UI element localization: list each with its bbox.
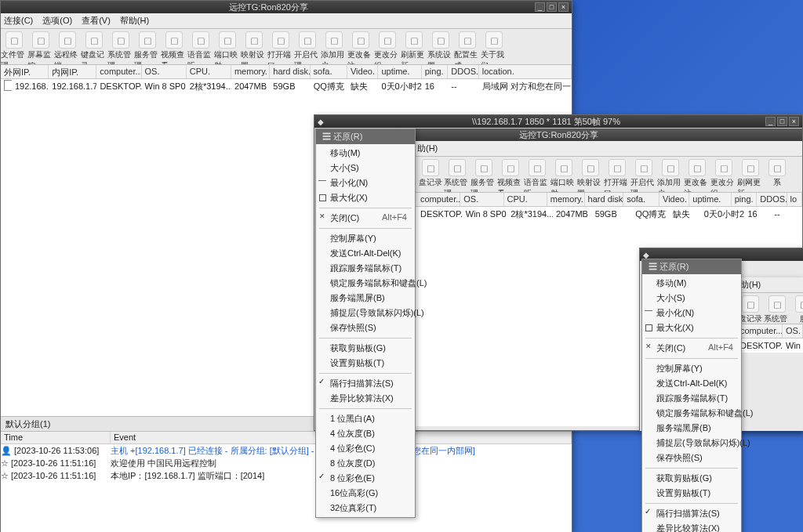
ctx-item[interactable]: 最大化(X) xyxy=(316,190,415,205)
ctx-item[interactable]: 移动(M) xyxy=(642,276,741,291)
inner-col-1[interactable]: OS. xyxy=(460,193,503,206)
ctx-item[interactable]: 最小化(N) xyxy=(316,176,415,190)
log-row[interactable]: 👤 [2023-10-26 11:53:06]主机 +[192.168.1.7]… xyxy=(1,444,572,457)
toolbar-开启代理[interactable]: ◻开启代理 xyxy=(630,158,657,193)
ctx-item[interactable]: 跟踪服务端鼠标(T) xyxy=(316,261,415,276)
main-col-12[interactable]: location. xyxy=(479,65,572,78)
toolbar-语音监听[interactable]: ◻语音监听 xyxy=(524,158,550,193)
ctx-item[interactable]: 锁定服务端鼠标和键盘(L) xyxy=(316,276,415,291)
log-row[interactable]: ☆ [2023-10-26 11:51:16]本地IP：[192.168.1.7… xyxy=(1,469,572,482)
ctx-item[interactable]: 控制屏幕(Y) xyxy=(642,361,741,376)
main-col-8[interactable]: Video. xyxy=(347,65,379,78)
toolbar-刷新更新[interactable]: ◻刷新更新 xyxy=(401,31,427,65)
toolbar-系统设置[interactable]: ◻系统设置 xyxy=(427,31,454,65)
main-col-1[interactable]: 内网IP. xyxy=(49,65,96,78)
toolbar-添加用户[interactable]: ◻添加用户 xyxy=(657,158,684,193)
inner-col-8[interactable]: ping. xyxy=(732,193,758,206)
toolbar-服[interactable]: ◻服 xyxy=(790,295,803,324)
toolbar-端口映射[interactable]: ◻端口映射 xyxy=(550,158,577,193)
nested-col-1[interactable]: OS. xyxy=(783,324,803,338)
maximize-button[interactable]: □ xyxy=(547,2,557,12)
main-menubar[interactable]: 连接(C) 选项(O) 查看(V) 帮助(H) xyxy=(1,13,572,29)
main-col-4[interactable]: CPU. xyxy=(187,65,231,78)
ctx-item[interactable]: 获取剪贴板(G) xyxy=(316,341,415,356)
log-row[interactable]: ☆ [2023-10-26 11:51:16]欢迎使用 中国民用远程控制 xyxy=(1,457,572,469)
ctx-item[interactable]: 4 位彩色(C) xyxy=(316,441,415,456)
inner-col-9[interactable]: DDOS. xyxy=(757,193,787,206)
group-tab-default[interactable]: 默认分组(1) xyxy=(5,418,50,430)
toolbar-端口映射[interactable]: ◻端口映射 xyxy=(214,31,241,65)
inner-col-0[interactable]: computer... xyxy=(417,193,460,206)
ctx-item[interactable]: 设置剪贴板(T) xyxy=(316,356,415,371)
ctx-item[interactable]: 保存快照(S) xyxy=(316,320,415,335)
ctx-item[interactable]: 保存快照(S) xyxy=(642,451,741,465)
toolbar-远程终端[interactable]: ◻远程终端 xyxy=(54,31,81,65)
toolbar-映射设置[interactable]: ◻映射设置 xyxy=(241,31,267,65)
row-checkbox[interactable] xyxy=(4,80,12,91)
ctx-item[interactable]: 16位高彩(G) xyxy=(316,486,415,501)
host-row[interactable]: 192.168.1.7192.168.1.7DESKTOP...Win 8 SP… xyxy=(1,79,572,93)
ctx-item[interactable]: 8 位彩色(E) xyxy=(316,471,415,486)
log-col-time[interactable]: Time xyxy=(1,432,111,443)
host-grid-header[interactable]: 外网IP.内网IP.computer...OS.CPU.memory.hard … xyxy=(1,65,572,79)
ctx-item[interactable]: 隔行扫描算法(S) xyxy=(316,376,415,391)
toolbar-更改备注[interactable]: ◻更改备注 xyxy=(347,31,374,65)
menu-view[interactable]: 查看(V) xyxy=(82,15,111,27)
toolbar-系[interactable]: ◻系 xyxy=(764,158,790,189)
main-col-2[interactable]: computer... xyxy=(96,65,141,78)
ctx-item[interactable]: 8 位灰度(D) xyxy=(316,456,415,471)
nested-col-0[interactable]: computer... xyxy=(737,324,783,338)
ctx-item[interactable]: 4 位灰度(B) xyxy=(316,426,415,441)
main-col-0[interactable]: 外网IP. xyxy=(1,65,49,78)
toolbar-添加用户[interactable]: ◻添加用户 xyxy=(321,31,347,65)
inner-col-4[interactable]: hard disk. xyxy=(585,193,624,206)
toolbar-打开端口[interactable]: ◻打开端口 xyxy=(604,158,630,193)
remote-close-button[interactable]: × xyxy=(789,117,799,126)
ctx-item[interactable]: 大小(S) xyxy=(642,291,741,306)
ctx-item[interactable]: 锁定服务端鼠标和键盘(L) xyxy=(642,406,741,421)
menu-connect[interactable]: 连接(C) xyxy=(4,15,33,27)
toolbar-映射设置[interactable]: ◻映射设置 xyxy=(577,158,604,193)
inner-col-2[interactable]: CPU. xyxy=(504,193,547,206)
log-body[interactable]: 👤 [2023-10-26 11:53:06]主机 +[192.168.1.7]… xyxy=(1,444,572,482)
toolbar-服务管理[interactable]: ◻服务管理 xyxy=(134,31,161,65)
inner-col-7[interactable]: uptime. xyxy=(689,193,731,206)
inner-menu-help[interactable]: 助(H) xyxy=(417,143,438,154)
main-col-5[interactable]: memory. xyxy=(231,65,270,78)
ctx-item[interactable]: 设置剪贴板(T) xyxy=(642,486,741,501)
ctx-item[interactable]: 控制屏幕(Y) xyxy=(316,231,415,246)
toolbar-键盘记录[interactable]: ◻键盘记录 xyxy=(81,31,107,65)
nested-menu-help[interactable]: 助(H) xyxy=(740,279,761,291)
ctx-item[interactable]: 捕捉层(导致鼠标闪烁)(L) xyxy=(316,306,415,320)
ctx-item[interactable]: 发送Ctrl-Alt-Del(K) xyxy=(316,246,415,261)
ctx-item[interactable]: 大小(S) xyxy=(316,161,415,176)
ctx-item[interactable]: 1 位黑白(A) xyxy=(316,411,415,426)
inner-col-10[interactable]: lo xyxy=(787,193,802,206)
toolbar-服务管理[interactable]: ◻服务管理 xyxy=(471,158,497,193)
minimize-button[interactable]: _ xyxy=(535,2,545,12)
toolbar-关于我们[interactable]: ◻关于我们 xyxy=(481,31,507,65)
ctx-item[interactable]: 移动(M) xyxy=(316,146,415,161)
ctx-item[interactable]: 差异比较算法(X) xyxy=(642,521,741,532)
ctx-item[interactable]: 差异比较算法(X) xyxy=(316,391,415,406)
inner-col-5[interactable]: sofa. xyxy=(623,193,659,206)
ctx-item[interactable]: 捕捉层(导致鼠标闪烁)(L) xyxy=(642,436,741,451)
ctx-item[interactable]: 跟踪服务端鼠标(T) xyxy=(642,391,741,406)
context-menu-2[interactable]: ☰ 还原(R)移动(M)大小(S)最小化(N)最大化(X)关闭(C)Alt+F4… xyxy=(641,259,742,532)
menu-help[interactable]: 帮助(H) xyxy=(120,15,149,27)
main-col-6[interactable]: hard disk. xyxy=(270,65,310,78)
toolbar-系统管理[interactable]: ◻系统管理 xyxy=(107,31,134,65)
toolbar-系统管理[interactable]: ◻系统管理 xyxy=(764,295,790,324)
main-col-7[interactable]: sofa. xyxy=(311,65,347,78)
inner-col-6[interactable]: Video. xyxy=(659,193,689,206)
ctx-close[interactable]: 关闭(C)Alt+F4 xyxy=(642,341,741,356)
toolbar-盘记录[interactable]: ◻盘记录 xyxy=(417,158,444,189)
main-titlebar[interactable]: 远控TG:Ron820分享 _ □ × xyxy=(1,1,572,13)
main-col-10[interactable]: ping. xyxy=(422,65,449,78)
remote-max-button[interactable]: □ xyxy=(777,117,787,126)
toolbar-视频查看[interactable]: ◻视频查看 xyxy=(161,31,187,65)
close-button[interactable]: × xyxy=(558,2,569,12)
toolbar-配置生成[interactable]: ◻配置生成 xyxy=(454,31,481,65)
ctx-item[interactable]: 发送Ctrl-Alt-Del(K) xyxy=(642,376,741,391)
toolbar-更改备注[interactable]: ◻更改备注 xyxy=(684,158,710,193)
